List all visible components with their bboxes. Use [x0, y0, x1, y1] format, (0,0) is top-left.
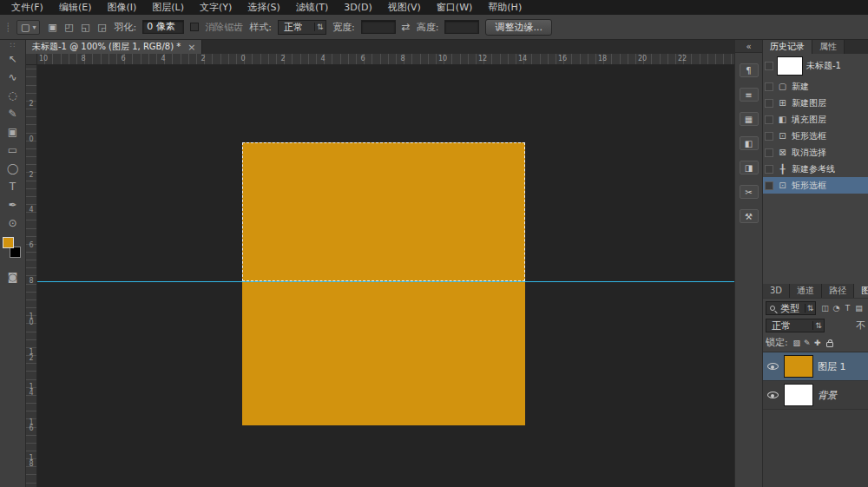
toolbar-grip-icon[interactable]: ∷ — [10, 41, 16, 50]
history-step-row[interactable]: ⊞ 新建图层 — [763, 95, 868, 111]
layer-row[interactable]: 背景 — [763, 381, 868, 410]
lock-option-icon[interactable]: ▨ — [792, 339, 802, 347]
menu-item[interactable]: 窗口(W) — [429, 0, 480, 15]
horizontal-guide[interactable] — [37, 281, 734, 282]
history-source-box[interactable] — [765, 99, 773, 108]
tool-button[interactable]: ∿ — [0, 69, 25, 87]
filter-icon[interactable]: ◔ — [831, 304, 842, 313]
filter-icon[interactable]: ▤ — [853, 304, 865, 313]
filter-icon[interactable]: ◫ — [819, 304, 831, 313]
menu-item[interactable]: 编辑(E) — [51, 0, 100, 15]
menu-item[interactable]: 图像(I) — [99, 0, 144, 15]
document-tab[interactable]: 未标题-1 @ 100% (图层 1, RGB/8) * × — [26, 40, 202, 54]
history-source-box[interactable] — [765, 181, 773, 190]
history-step-row[interactable]: ◧ 填充图层 — [763, 111, 868, 128]
history-source-box[interactable] — [765, 82, 773, 91]
ruler-top[interactable]: 1086420246810121416182022 — [37, 54, 734, 65]
history-source-box[interactable] — [765, 115, 773, 124]
layer-thumbnail[interactable] — [784, 355, 813, 378]
tool-button[interactable]: T — [0, 178, 25, 196]
menu-item[interactable]: 帮助(H) — [480, 0, 529, 15]
menu-item[interactable]: 3D(D) — [336, 0, 380, 15]
history-step-row[interactable]: ⊡ 矩形选框 — [763, 128, 868, 144]
collapsed-panel-icon[interactable]: ◧ — [740, 136, 759, 150]
menu-item[interactable]: 文字(Y) — [192, 0, 240, 15]
swap-dimensions-icon[interactable]: ⇄ — [402, 21, 411, 33]
history-source-box[interactable] — [765, 62, 773, 70]
menu-item[interactable]: 选择(S) — [240, 0, 288, 15]
lock-option-icon[interactable]: ✚ — [812, 339, 823, 347]
history-step-icon: ⊞ — [776, 98, 789, 108]
selection-mode-icon[interactable]: ▣ — [46, 22, 58, 33]
width-input[interactable] — [361, 20, 396, 34]
history-source-box[interactable] — [765, 165, 773, 174]
filter-icon[interactable]: ◨ — [865, 304, 865, 313]
tool-button[interactable]: ▣ — [0, 123, 25, 141]
panel-tab[interactable]: 图层 — [854, 284, 868, 298]
menu-item[interactable]: 文件(F) — [3, 0, 51, 15]
visibility-toggle[interactable] — [766, 363, 779, 370]
style-dropdown[interactable]: 正常 ⇅ — [278, 20, 326, 35]
foreground-color-swatch[interactable] — [3, 237, 14, 248]
feather-label: 羽化: — [114, 21, 136, 34]
quick-mask-icon[interactable]: ◙ — [8, 271, 18, 283]
tool-button[interactable]: ✒ — [0, 196, 25, 214]
snapshot-thumbnail[interactable] — [777, 56, 803, 76]
history-step-row[interactable]: ╂ 新建参考线 — [763, 161, 868, 177]
history-step-row[interactable]: ⊡ 矩形选框 — [763, 177, 868, 194]
ruler-left[interactable]: 2024681012141618 — [26, 54, 37, 487]
blend-mode-dropdown[interactable]: 正常 ⇅ — [766, 319, 825, 332]
panel-tab[interactable]: 历史记录 — [763, 40, 812, 54]
history-source-box[interactable] — [765, 132, 773, 141]
layer-filter-dropdown[interactable]: 类型 ⇅ — [766, 301, 816, 315]
antialias-checkbox[interactable] — [190, 23, 199, 31]
close-tab-icon[interactable]: × — [187, 42, 195, 53]
panel-tab[interactable]: 3D — [763, 284, 790, 298]
selection-mode-group: ▣◰◱◲ — [46, 22, 108, 33]
tool-button[interactable]: ◌ — [0, 87, 25, 105]
filter-icon-group: ◫◔T▤◨ — [819, 304, 865, 313]
layer-row[interactable]: 图层 1 — [763, 352, 868, 381]
tool-preset-dropdown[interactable]: ▢ ▾ — [16, 20, 40, 35]
panel-tab[interactable]: 属性 — [812, 40, 845, 54]
visibility-toggle[interactable] — [766, 392, 779, 398]
collapsed-panel-icon[interactable]: ✂ — [740, 185, 759, 199]
collapsed-panel-icon[interactable]: ≡ — [740, 88, 759, 102]
history-source-box[interactable] — [765, 148, 773, 157]
tool-button[interactable]: ↖ — [0, 50, 25, 69]
refine-edge-button[interactable]: 调整边缘... — [485, 19, 552, 36]
panel-tab[interactable]: 通道 — [790, 284, 822, 298]
layer-name: 背景 — [818, 389, 837, 402]
height-input[interactable] — [444, 20, 479, 34]
collapsed-panel-icon[interactable]: ◨ — [740, 161, 759, 174]
ruler-number: 2 — [28, 172, 35, 178]
ruler-number: 10 — [28, 313, 35, 326]
menu-item[interactable]: 滤镜(T) — [288, 0, 336, 15]
tool-button[interactable]: ◯ — [0, 160, 25, 178]
tool-button[interactable]: ⊙ — [0, 214, 25, 233]
lock-all-icon[interactable] — [826, 342, 833, 347]
collapsed-panel-icon[interactable]: ▦ — [740, 112, 759, 126]
selection-mode-icon[interactable]: ◲ — [95, 22, 108, 33]
filter-icon[interactable]: T — [842, 304, 853, 313]
tool-button[interactable]: ✎ — [0, 105, 25, 123]
history-snapshot-row[interactable]: 未标题-1 — [763, 54, 868, 78]
tool-button[interactable]: ▭ — [0, 141, 25, 160]
dock-grip-icon[interactable]: ┊ — [5, 23, 10, 32]
selection-mode-icon[interactable]: ◰ — [62, 22, 75, 33]
ruler-number: 8 — [28, 278, 35, 284]
collapsed-panel-icon[interactable]: ⚒ — [740, 209, 759, 223]
menu-item[interactable]: 图层(L) — [144, 0, 192, 15]
collapsed-panel-icon[interactable]: ¶ — [740, 63, 759, 77]
history-step-row[interactable]: ⊠ 取消选择 — [763, 144, 868, 161]
feather-input[interactable]: 0 像素 — [142, 20, 184, 34]
layer-thumbnail[interactable] — [784, 384, 813, 406]
panel-tab[interactable]: 路径 — [822, 284, 854, 298]
ruler-number: 0 — [28, 136, 35, 142]
history-step-row[interactable]: ▢ 新建 — [763, 78, 868, 95]
canvas[interactable] — [37, 65, 734, 487]
collapse-panels-button[interactable]: « — [735, 40, 762, 53]
menu-item[interactable]: 视图(V) — [380, 0, 429, 15]
lock-option-icon[interactable]: ✎ — [802, 339, 812, 347]
selection-mode-icon[interactable]: ◱ — [79, 22, 91, 33]
